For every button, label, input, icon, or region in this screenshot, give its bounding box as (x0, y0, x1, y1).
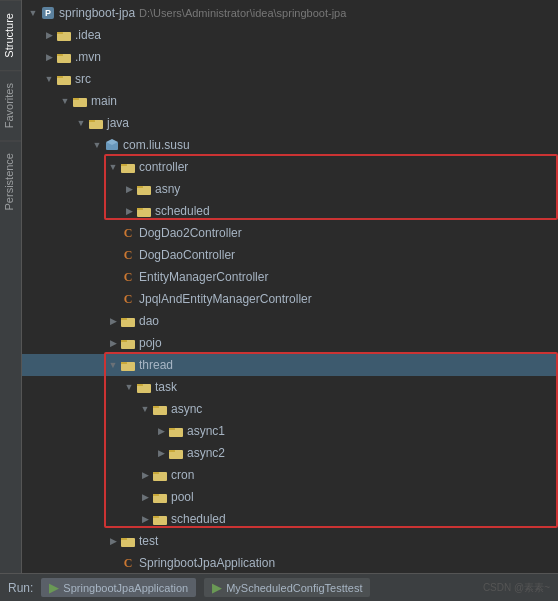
item-label-pool: pool (171, 490, 194, 504)
item-label-thread: thread (139, 358, 173, 372)
tree-item-DogDaoController[interactable]: CDogDaoController (22, 244, 558, 266)
tree-item-thread[interactable]: thread (22, 354, 558, 376)
svg-rect-25 (121, 362, 127, 364)
svg-rect-29 (153, 406, 159, 408)
class-icon-JpqlAndEntityManagerController: C (120, 291, 136, 307)
tree-item-scheduled-task[interactable]: scheduled (22, 508, 558, 530)
svg-rect-27 (137, 384, 143, 386)
folder-icon-scheduled-task (152, 511, 168, 527)
folder-icon-dao (120, 313, 136, 329)
class-icon-SpringbootJpaApplication: C (120, 555, 136, 571)
svg-rect-33 (169, 450, 175, 452)
tree-item-DogDao2Controller[interactable]: CDogDao2Controller (22, 222, 558, 244)
item-label-idea: .idea (75, 28, 101, 42)
class-icon-EntityManagerController: C (120, 269, 136, 285)
tree-item-idea[interactable]: .idea (22, 24, 558, 46)
tree-item-async2[interactable]: async2 (22, 442, 558, 464)
tree-item-mvn[interactable]: .mvn (22, 46, 558, 68)
item-label-controller: controller (139, 160, 188, 174)
arrow-main[interactable] (58, 96, 72, 106)
svg-rect-41 (121, 538, 127, 540)
tree-item-test-folder[interactable]: test (22, 530, 558, 552)
item-label-async2: async2 (187, 446, 225, 460)
item-label-scheduled-ctrl: scheduled (155, 204, 210, 218)
arrow-com.liu.susu[interactable] (90, 140, 104, 150)
tree-item-JpqlAndEntityManagerController[interactable]: CJpqlAndEntityManagerController (22, 288, 558, 310)
run-tab-myscheduled[interactable]: ▶ MyScheduledConfigTesttest (204, 578, 370, 597)
svg-rect-23 (121, 340, 127, 342)
tree-item-cron[interactable]: cron (22, 464, 558, 486)
tree-item-SpringbootJpaApplication[interactable]: CSpringbootJpaApplication (22, 552, 558, 573)
folder-icon-scheduled-ctrl (136, 203, 152, 219)
watermark: CSDN @素素~ (483, 581, 550, 595)
arrow-task[interactable] (122, 382, 136, 392)
arrow-controller[interactable] (106, 162, 120, 172)
item-label-dao: dao (139, 314, 159, 328)
tree-item-EntityManagerController[interactable]: CEntityManagerController (22, 266, 558, 288)
arrow-async2[interactable] (154, 448, 168, 458)
arrow-async-folder[interactable] (138, 404, 152, 414)
tree-item-async1[interactable]: async1 (22, 420, 558, 442)
favorites-tab[interactable]: Favorites (0, 70, 21, 140)
folder-icon-src (56, 71, 72, 87)
arrow-test-folder[interactable] (106, 536, 120, 546)
folder-icon-async-folder (152, 401, 168, 417)
tree-item-task[interactable]: task (22, 376, 558, 398)
arrow-scheduled-ctrl[interactable] (122, 206, 136, 216)
tree-item-pojo[interactable]: pojo (22, 332, 558, 354)
tree-item-java[interactable]: java (22, 112, 558, 134)
folder-icon-task (136, 379, 152, 395)
tree-item-pool[interactable]: pool (22, 486, 558, 508)
svg-rect-11 (89, 120, 95, 122)
folder-icon-pojo (120, 335, 136, 351)
class-icon-DogDaoController: C (120, 247, 136, 263)
run-bar: Run: ▶ SpringbootJpaApplication ▶ MySche… (0, 573, 558, 601)
folder-icon-pool (152, 489, 168, 505)
svg-rect-7 (57, 76, 63, 78)
arrow-async1[interactable] (154, 426, 168, 436)
folder-icon-mvn (56, 49, 72, 65)
arrow-scheduled-task[interactable] (138, 514, 152, 524)
arrow-mvn[interactable] (42, 52, 56, 62)
arrow-asny[interactable] (122, 184, 136, 194)
svg-rect-3 (57, 32, 63, 34)
tree-item-scheduled-ctrl[interactable]: scheduled (22, 200, 558, 222)
arrow-pojo[interactable] (106, 338, 120, 348)
persistence-tab[interactable]: Persistence (0, 140, 21, 222)
arrow-idea[interactable] (42, 30, 56, 40)
tree-item-async-folder[interactable]: async (22, 398, 558, 420)
item-label-scheduled-task: scheduled (171, 512, 226, 526)
project-panel: Pspringboot-jpaD:\Users\Administrator\id… (22, 0, 558, 573)
svg-rect-5 (57, 54, 63, 56)
arrow-pool[interactable] (138, 492, 152, 502)
tree-item-src[interactable]: src (22, 68, 558, 90)
svg-rect-19 (137, 208, 143, 210)
tree-item-root[interactable]: Pspringboot-jpaD:\Users\Administrator\id… (22, 2, 558, 24)
svg-rect-15 (121, 164, 127, 166)
svg-rect-17 (137, 186, 143, 188)
tree-item-com.liu.susu[interactable]: com.liu.susu (22, 134, 558, 156)
tree-item-controller[interactable]: controller (22, 156, 558, 178)
run-tab-springboot[interactable]: ▶ SpringbootJpaApplication (41, 578, 196, 597)
tree-item-main[interactable]: main (22, 90, 558, 112)
arrow-cron[interactable] (138, 470, 152, 480)
arrow-dao[interactable] (106, 316, 120, 326)
svg-text:P: P (45, 8, 51, 18)
svg-rect-39 (153, 516, 159, 518)
package-icon-com.liu.susu (104, 137, 120, 153)
tree-item-asny[interactable]: asny (22, 178, 558, 200)
item-label-async1: async1 (187, 424, 225, 438)
tree-container: Pspringboot-jpaD:\Users\Administrator\id… (22, 0, 558, 573)
arrow-java[interactable] (74, 118, 88, 128)
structure-tab[interactable]: Structure (0, 0, 21, 70)
arrow-src[interactable] (42, 74, 56, 84)
folder-icon-thread (120, 357, 136, 373)
item-label-src: src (75, 72, 91, 86)
folder-icon-test-folder (120, 533, 136, 549)
arrow-thread[interactable] (106, 360, 120, 370)
item-label-com.liu.susu: com.liu.susu (123, 138, 190, 152)
arrow-root[interactable] (26, 8, 40, 18)
item-label-DogDaoController: DogDaoController (139, 248, 235, 262)
item-label-asny: asny (155, 182, 180, 196)
tree-item-dao[interactable]: dao (22, 310, 558, 332)
